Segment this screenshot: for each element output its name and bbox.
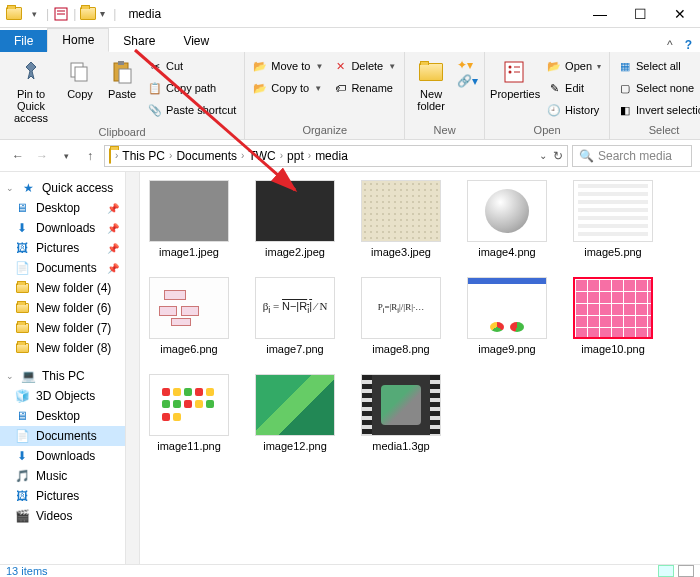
file-content-area[interactable]: image1.jpegimage2.jpegimage3.jpegimage4.… xyxy=(140,172,700,564)
close-button[interactable]: ✕ xyxy=(660,0,700,28)
crumb-ppt[interactable]: ppt xyxy=(287,149,304,163)
tab-view[interactable]: View xyxy=(169,30,223,52)
back-button[interactable]: ← xyxy=(8,146,28,166)
breadcrumb[interactable]: › This PC› Documents› TWC› ppt› media ⌄ … xyxy=(104,145,568,167)
file-item[interactable]: media1.3gp xyxy=(356,374,446,453)
new-folder-icon xyxy=(417,58,445,86)
file-item[interactable]: image3.jpeg xyxy=(356,180,446,259)
search-input[interactable]: 🔍 Search media xyxy=(572,145,692,167)
sidebar-item-folder[interactable]: New folder (4) xyxy=(0,278,139,298)
minimize-button[interactable]: — xyxy=(580,0,620,28)
chevron-right-icon[interactable]: › xyxy=(167,150,174,161)
chevron-right-icon[interactable]: › xyxy=(239,150,246,161)
file-thumbnail xyxy=(361,180,441,242)
divider: | xyxy=(73,7,76,21)
open-button[interactable]: 📂Open▾ xyxy=(545,56,603,76)
copy-path-button[interactable]: 📋Copy path xyxy=(146,78,238,98)
tab-home[interactable]: Home xyxy=(47,28,109,52)
edit-button[interactable]: ✎Edit xyxy=(545,78,603,98)
documents-icon: 📄 xyxy=(14,428,30,444)
sidebar-item-documents[interactable]: 📄Documents xyxy=(0,426,139,446)
file-thumbnail xyxy=(467,277,547,339)
rename-icon: 🏷 xyxy=(333,81,347,95)
sidebar-item-folder[interactable]: New folder (6) xyxy=(0,298,139,318)
qat-dropdown-icon[interactable]: ▾ xyxy=(26,6,42,22)
up-button[interactable]: ↑ xyxy=(80,146,100,166)
crumb-media[interactable]: media xyxy=(315,149,348,163)
help-icon[interactable]: ? xyxy=(685,38,692,52)
file-item[interactable]: image6.png xyxy=(144,277,234,356)
properties-button[interactable]: Properties xyxy=(491,56,539,100)
tab-share[interactable]: Share xyxy=(109,30,169,52)
refresh-button[interactable]: ↻ xyxy=(553,149,563,163)
group-label: Clipboard xyxy=(6,124,238,141)
chevron-right-icon[interactable]: › xyxy=(306,150,313,161)
address-dropdown-icon[interactable]: ⌄ xyxy=(539,150,547,161)
move-icon: 📂 xyxy=(253,59,267,73)
sidebar-quick-access[interactable]: ⌄★Quick access xyxy=(0,178,139,198)
qat-chevron-icon[interactable]: ▾ xyxy=(100,8,105,19)
file-item[interactable]: image11.png xyxy=(144,374,234,453)
paste-button[interactable]: Paste xyxy=(104,56,140,100)
folder-icon xyxy=(14,340,30,356)
paste-shortcut-button[interactable]: 📎Paste shortcut xyxy=(146,100,238,120)
svg-rect-6 xyxy=(118,61,124,65)
rename-button[interactable]: 🏷Rename xyxy=(331,78,398,98)
download-icon: ⬇ xyxy=(14,220,30,236)
delete-button[interactable]: ✕Delete▼ xyxy=(331,56,398,76)
sidebar-item-pictures[interactable]: 🖼Pictures xyxy=(0,486,139,506)
sidebar-item-folder[interactable]: New folder (7) xyxy=(0,318,139,338)
file-item[interactable]: image5.png xyxy=(568,180,658,259)
file-item[interactable]: image9.png xyxy=(462,277,552,356)
crumb-twc[interactable]: TWC xyxy=(248,149,275,163)
file-item[interactable]: βi = N−|Ri| ⁄ Nimage7.png xyxy=(250,277,340,356)
sidebar-item-music[interactable]: 🎵Music xyxy=(0,466,139,486)
copy-to-button[interactable]: 📂Copy to▼ xyxy=(251,78,325,98)
select-all-button[interactable]: ▦Select all xyxy=(616,56,700,76)
sidebar-item-documents[interactable]: 📄Documents📌 xyxy=(0,258,139,278)
file-item[interactable]: image10.png xyxy=(568,277,658,356)
sidebar-item-downloads[interactable]: ⬇Downloads📌 xyxy=(0,218,139,238)
file-item[interactable]: image1.jpeg xyxy=(144,180,234,259)
sidebar-item-desktop[interactable]: 🖥Desktop xyxy=(0,406,139,426)
sidebar-item-desktop[interactable]: 🖥Desktop📌 xyxy=(0,198,139,218)
select-none-button[interactable]: ▢Select none xyxy=(616,78,700,98)
explorer-body: ⌄★Quick access 🖥Desktop📌 ⬇Downloads📌 🖼Pi… xyxy=(0,172,700,564)
recent-dropdown-icon[interactable]: ▾ xyxy=(56,146,76,166)
chevron-right-icon[interactable]: › xyxy=(113,150,120,161)
crumb-this-pc[interactable]: This PC xyxy=(122,149,165,163)
sidebar-item-videos[interactable]: 🎬Videos xyxy=(0,506,139,526)
navigation-pane: ⌄★Quick access 🖥Desktop📌 ⬇Downloads📌 🖼Pi… xyxy=(0,172,140,564)
crumb-documents[interactable]: Documents xyxy=(176,149,237,163)
chevron-down-icon: ▼ xyxy=(313,84,322,93)
sidebar-item-pictures[interactable]: 🖼Pictures📌 xyxy=(0,238,139,258)
details-view-button[interactable] xyxy=(658,565,674,577)
forward-button[interactable]: → xyxy=(32,146,52,166)
history-button[interactable]: 🕘History xyxy=(545,100,603,120)
pin-to-quick-access-button[interactable]: Pin to Quick access xyxy=(6,56,56,124)
group-open: Properties 📂Open▾ ✎Edit 🕘History Open xyxy=(485,52,610,139)
properties-qat-icon[interactable] xyxy=(53,6,69,22)
new-folder-button[interactable]: New folder xyxy=(411,56,451,112)
new-item-icon[interactable]: ✦▾ xyxy=(457,58,478,72)
ribbon-collapse-icon[interactable]: ^ xyxy=(667,38,673,52)
sidebar-this-pc[interactable]: ⌄💻This PC xyxy=(0,366,139,386)
file-item[interactable]: Pi=|Ri|/|R|·…image8.png xyxy=(356,277,446,356)
sidebar-item-folder[interactable]: New folder (8) xyxy=(0,338,139,358)
file-item[interactable]: image12.png xyxy=(250,374,340,453)
scrollbar[interactable] xyxy=(125,172,139,564)
invert-selection-button[interactable]: ◧Invert selection xyxy=(616,100,700,120)
tab-file[interactable]: File xyxy=(0,30,47,52)
easy-access-icon[interactable]: 🔗▾ xyxy=(457,74,478,88)
move-to-button[interactable]: 📂Move to▼ xyxy=(251,56,325,76)
copy-button[interactable]: Copy xyxy=(62,56,98,100)
sidebar-item-downloads[interactable]: ⬇Downloads xyxy=(0,446,139,466)
icons-view-button[interactable] xyxy=(678,565,694,577)
cut-button[interactable]: ✂Cut xyxy=(146,56,238,76)
sidebar-item-3d[interactable]: 🧊3D Objects xyxy=(0,386,139,406)
chevron-right-icon[interactable]: › xyxy=(278,150,285,161)
file-item[interactable]: image4.png xyxy=(462,180,552,259)
file-item[interactable]: image2.jpeg xyxy=(250,180,340,259)
file-label: image2.jpeg xyxy=(265,246,325,259)
maximize-button[interactable]: ☐ xyxy=(620,0,660,28)
